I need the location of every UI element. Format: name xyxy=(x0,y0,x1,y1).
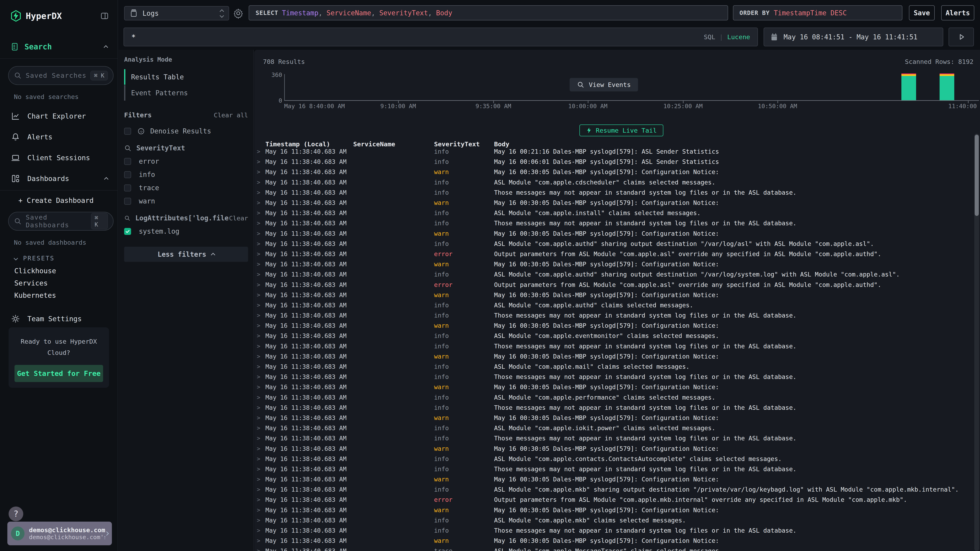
scrollbar-track[interactable] xyxy=(974,134,979,551)
table-row[interactable]: >May 16 11:38:40.683 AMinfoASL Module "c… xyxy=(254,361,974,372)
chart-bar[interactable] xyxy=(940,73,954,100)
expand-chevron-icon[interactable]: > xyxy=(257,373,260,380)
table-row[interactable]: >May 16 11:38:40.683 AMinfoThose message… xyxy=(254,464,974,474)
language-toggle-sql[interactable]: SQL xyxy=(704,33,715,41)
analysis-mode-event-patterns[interactable]: Event Patterns xyxy=(124,85,248,101)
logfile-option-system.log[interactable]: system.log xyxy=(124,227,248,235)
table-row[interactable]: >May 16 11:38:40.683 AMinfoASL Module "c… xyxy=(254,300,974,310)
checkbox[interactable] xyxy=(124,171,131,178)
table-row[interactable]: >May 16 11:38:40.683 AMwarnMay 16 00:30:… xyxy=(254,229,974,238)
table-row[interactable]: >May 16 11:38:40.683 AMinfoThose message… xyxy=(254,372,974,382)
table-row[interactable]: >May 16 11:38:40.683 AMwarnMay 16 00:30:… xyxy=(254,290,974,300)
table-row[interactable]: >May 16 11:38:40.683 AMwarnMay 16 00:30:… xyxy=(254,259,974,269)
expand-chevron-icon[interactable]: > xyxy=(257,363,260,370)
expand-chevron-icon[interactable]: > xyxy=(257,210,260,216)
scrollbar-thumb[interactable] xyxy=(975,135,979,216)
saved-dashboards-input[interactable]: Saved Dashboards ⌘ K xyxy=(8,212,113,230)
expand-chevron-icon[interactable]: > xyxy=(257,445,260,452)
table-row[interactable]: >May 16 11:38:40.683 AMinfoASL Module "c… xyxy=(254,177,974,187)
collapse-sidebar-icon[interactable] xyxy=(100,11,109,21)
sidebar-item-chart-explorer[interactable]: Chart Explorer xyxy=(0,106,118,127)
expand-chevron-icon[interactable]: > xyxy=(257,158,260,165)
sidebar-item-search[interactable]: Search xyxy=(0,40,118,53)
expand-chevron-icon[interactable]: > xyxy=(257,476,260,483)
denoise-filter-row[interactable]: Denoise Results xyxy=(124,127,248,135)
preset-item-clickhouse[interactable]: Clickhouse xyxy=(14,265,118,277)
expand-chevron-icon[interactable]: > xyxy=(257,281,260,288)
create-dashboard-button[interactable]: + Create Dashboard xyxy=(0,191,118,210)
expand-chevron-icon[interactable]: > xyxy=(257,179,260,186)
table-row[interactable]: >May 16 11:38:40.683 AMinfoThose message… xyxy=(254,341,974,351)
select-clause-input[interactable]: SELECT Timestamp, ServiceName, SeverityT… xyxy=(249,5,728,21)
expand-chevron-icon[interactable]: > xyxy=(257,322,260,329)
view-events-button[interactable]: View Events xyxy=(570,78,638,91)
expand-chevron-icon[interactable]: > xyxy=(257,507,260,513)
severity-option-info[interactable]: info xyxy=(124,171,248,179)
table-row[interactable]: >May 16 11:38:40.683 AMwarnMay 16 00:30:… xyxy=(254,443,974,453)
expand-chevron-icon[interactable]: > xyxy=(257,435,260,441)
expand-chevron-icon[interactable]: > xyxy=(257,189,260,196)
help-button[interactable]: ? xyxy=(9,507,23,521)
table-row[interactable]: >May 16 11:38:40.683 AMinfoThose message… xyxy=(254,310,974,321)
expand-chevron-icon[interactable]: > xyxy=(257,302,260,308)
expand-chevron-icon[interactable]: > xyxy=(257,261,260,268)
resume-live-tail-button[interactable]: Resume Live Tail xyxy=(579,124,663,136)
table-row[interactable]: >May 16 11:38:40.683 AMinfoThose message… xyxy=(254,525,974,535)
table-row[interactable]: >May 16 11:38:40.683 AMinfoASL Module "c… xyxy=(254,454,974,464)
expand-chevron-icon[interactable]: > xyxy=(257,168,260,175)
checkbox[interactable] xyxy=(124,158,131,165)
table-row[interactable]: >May 16 11:38:40.683 AMwarnMay 16 00:30:… xyxy=(254,321,974,330)
table-row[interactable]: >May 16 11:38:40.683 AMerrorOutput param… xyxy=(254,494,974,505)
table-row[interactable]: >May 16 11:38:40.683 AMwarnMay 16 00:30:… xyxy=(254,413,974,423)
table-row[interactable]: >May 16 11:38:40.683 AMinfoASL Module "c… xyxy=(254,515,974,525)
sidebar-item-client-sessions[interactable]: Client Sessions xyxy=(0,147,118,168)
table-row[interactable]: >May 16 11:38:40.683 AMwarnMay 16 00:30:… xyxy=(254,505,974,515)
table-row[interactable]: >May 16 11:38:40.683 AMinfoMay 16 00:06:… xyxy=(254,157,974,167)
account-card[interactable]: D demos@clickhouse.com demos@clickhouse.… xyxy=(7,522,112,545)
table-row[interactable]: >May 16 11:38:40.683 AMwarnMay 16 00:30:… xyxy=(254,197,974,208)
severity-option-warn[interactable]: warn xyxy=(124,197,248,205)
chart-bar[interactable] xyxy=(901,73,916,100)
saved-searches-input[interactable]: Saved Searches ⌘ K xyxy=(8,66,113,85)
expand-chevron-icon[interactable]: > xyxy=(257,384,260,391)
table-row[interactable]: >May 16 11:38:40.683 AMinfoASL Module "c… xyxy=(254,392,974,402)
table-row[interactable]: >May 16 11:38:40.683 AMinfoASL Module "c… xyxy=(254,269,974,279)
source-settings-gear-icon[interactable] xyxy=(233,8,244,19)
expand-chevron-icon[interactable]: > xyxy=(257,414,260,421)
expand-chevron-icon[interactable]: > xyxy=(257,455,260,462)
sidebar-item-team-settings[interactable]: Team Settings xyxy=(0,308,118,329)
expand-chevron-icon[interactable]: > xyxy=(257,240,260,247)
table-row[interactable]: >May 16 11:38:40.683 AMinfoASL Module "c… xyxy=(254,238,974,249)
expand-chevron-icon[interactable]: > xyxy=(257,332,260,339)
table-row[interactable]: >May 16 11:38:40.683 AMinfoThose message… xyxy=(254,218,974,228)
expand-chevron-icon[interactable]: > xyxy=(257,230,260,237)
table-row[interactable]: >May 16 11:38:40.683 AMwarnMay 16 00:30:… xyxy=(254,351,974,361)
expand-chevron-icon[interactable]: > xyxy=(257,465,260,472)
table-row[interactable]: >May 16 11:38:40.683 AMinfoASL Module "c… xyxy=(254,330,974,341)
table-row[interactable]: >May 16 11:38:40.683 AMinfoThose message… xyxy=(254,433,974,443)
table-row[interactable]: >May 16 11:38:40.683 AMtraceASL Module "… xyxy=(254,546,974,551)
expand-chevron-icon[interactable]: > xyxy=(257,343,260,349)
checkbox[interactable] xyxy=(124,198,131,205)
preset-item-kubernetes[interactable]: Kubernetes xyxy=(14,289,118,302)
expand-chevron-icon[interactable]: > xyxy=(257,496,260,503)
table-row[interactable]: >May 16 11:38:40.683 AMinfoMay 16 00:21:… xyxy=(254,146,974,157)
table-row[interactable]: >May 16 11:38:40.683 AMwarnMay 16 00:30:… xyxy=(254,474,974,484)
expand-chevron-icon[interactable]: > xyxy=(257,199,260,206)
severity-option-error[interactable]: error xyxy=(124,157,248,165)
severity-option-trace[interactable]: trace xyxy=(124,184,248,192)
clear-link[interactable]: Clear xyxy=(229,214,248,222)
time-range-picker[interactable]: May 16 08:41:51 - May 16 11:41:51 xyxy=(764,27,943,46)
run-query-button[interactable] xyxy=(948,27,974,46)
sidebar-item-alerts[interactable]: Alerts xyxy=(0,127,118,147)
expand-chevron-icon[interactable]: > xyxy=(257,271,260,278)
table-row[interactable]: >May 16 11:38:40.683 AMwarnMay 16 00:30:… xyxy=(254,382,974,392)
analysis-mode-results-table[interactable]: Results Table xyxy=(124,69,248,85)
expand-chevron-icon[interactable]: > xyxy=(257,394,260,400)
get-started-button[interactable]: Get Started for Free xyxy=(14,365,103,382)
table-row[interactable]: >May 16 11:38:40.683 AMwarnMay 16 00:30:… xyxy=(254,535,974,546)
expand-chevron-icon[interactable]: > xyxy=(257,404,260,411)
source-select[interactable]: Logs xyxy=(124,6,229,21)
expand-chevron-icon[interactable]: > xyxy=(257,250,260,257)
table-row[interactable]: >May 16 11:38:40.683 AMinfoASL Module "c… xyxy=(254,423,974,433)
